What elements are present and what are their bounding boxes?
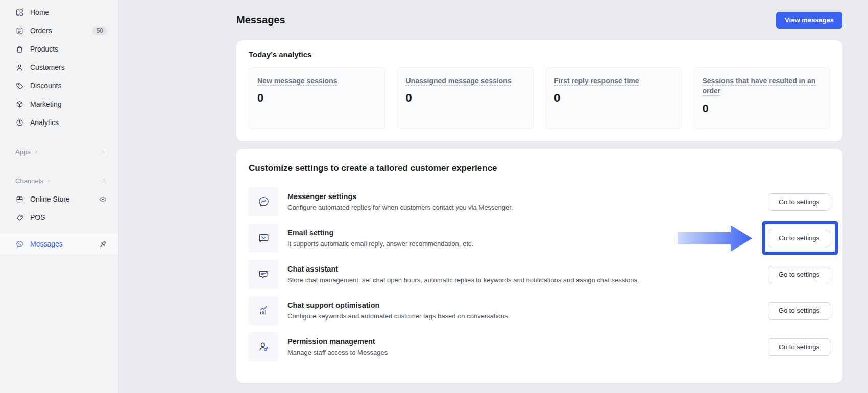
chevron-right-icon xyxy=(33,149,39,155)
sidebar-item-label: Discounts xyxy=(30,82,61,90)
sidebar-item-label: Messages xyxy=(30,240,63,248)
settings-row-chat-assistant: Chat assistant Store chat management: se… xyxy=(249,260,830,289)
go-to-settings-button-messenger[interactable]: Go to settings xyxy=(768,193,830,211)
section-label: Apps xyxy=(15,148,31,156)
stat-label[interactable]: Sessions that have resulted in an order xyxy=(703,77,816,95)
app-window: Home Orders 50 Products Customers xyxy=(0,0,868,393)
settings-row-description: Store chat management: set chat open hou… xyxy=(287,276,758,284)
sidebar-item-pos[interactable]: POS xyxy=(0,208,118,227)
sidebar-item-messages-active[interactable]: Messages xyxy=(0,234,118,254)
settings-row-description: Configure automated replies for when cus… xyxy=(287,204,758,211)
sidebar: Home Orders 50 Products Customers xyxy=(0,0,119,393)
stat-card-first-reply-time: First reply response time 0 xyxy=(545,67,682,129)
home-icon xyxy=(15,8,24,17)
settings-row-permission: Permission management Manage staff acces… xyxy=(249,332,830,361)
customers-icon xyxy=(15,63,24,72)
customize-settings-card: Customize settings to create a tailored … xyxy=(236,149,842,383)
permission-icon xyxy=(249,332,278,361)
sidebar-section-apps[interactable]: Apps xyxy=(0,142,118,161)
sidebar-item-home[interactable]: Home xyxy=(0,3,118,21)
stats-grid: New message sessions 0 Unassigned messag… xyxy=(249,67,830,129)
messenger-icon xyxy=(249,187,278,216)
settings-row-description: Configure keywords and automated custome… xyxy=(287,312,758,320)
sidebar-item-label: Marketing xyxy=(30,100,61,108)
sidebar-item-discounts[interactable]: Discounts xyxy=(0,77,118,95)
chat-bubble-icon xyxy=(15,240,24,249)
settings-row-title: Chat support optimisation xyxy=(287,301,758,309)
sidebar-item-orders[interactable]: Orders 50 xyxy=(0,21,118,40)
pin-icon[interactable] xyxy=(99,240,107,249)
settings-row-description: It supports automatic email reply, answe… xyxy=(287,240,758,248)
page-title: Messages xyxy=(236,14,285,26)
main-area: Messages View messages Today’s analytics… xyxy=(119,0,868,393)
add-app-button[interactable] xyxy=(101,149,107,155)
products-icon xyxy=(15,45,24,54)
settings-row-email: Email setting It supports automatic emai… xyxy=(249,224,830,253)
todays-analytics-card: Today’s analytics New message sessions 0… xyxy=(236,40,842,141)
orders-icon xyxy=(15,27,24,35)
go-to-settings-button-permission[interactable]: Go to settings xyxy=(768,338,830,356)
discounts-icon xyxy=(15,82,24,90)
page-header: Messages View messages xyxy=(236,11,842,29)
sidebar-item-label: Products xyxy=(30,45,58,53)
stat-card-sessions-with-order: Sessions that have resulted in an order … xyxy=(694,67,831,129)
sidebar-item-label: Orders xyxy=(30,27,52,35)
sidebar-item-label: Analytics xyxy=(30,118,59,127)
stat-label[interactable]: New message sessions xyxy=(257,77,337,85)
sidebar-item-label: Online Store xyxy=(30,195,70,203)
email-icon xyxy=(249,224,278,253)
settings-row-messenger: Messenger settings Configure automated r… xyxy=(249,187,830,216)
pos-icon xyxy=(15,213,24,222)
sidebar-section-channels[interactable]: Channels xyxy=(0,171,118,190)
store-icon xyxy=(15,195,24,204)
settings-row-title: Chat assistant xyxy=(287,265,758,273)
analytics-icon xyxy=(15,118,24,127)
go-to-settings-button-chat-assistant[interactable]: Go to settings xyxy=(768,266,830,283)
settings-row-title: Email setting xyxy=(287,229,758,237)
sidebar-item-marketing[interactable]: Marketing xyxy=(0,95,118,113)
section-label: Channels xyxy=(15,177,43,185)
stat-label[interactable]: Unassigned message sessions xyxy=(406,77,512,85)
stat-card-unassigned-sessions: Unassigned message sessions 0 xyxy=(397,67,534,129)
settings-row-title: Permission management xyxy=(287,337,758,346)
sidebar-item-online-store[interactable]: Online Store xyxy=(0,190,118,208)
sidebar-item-label: POS xyxy=(30,213,45,222)
add-channel-button[interactable] xyxy=(101,178,107,184)
chart-icon xyxy=(249,296,278,325)
settings-row-chat-support: Chat support optimisation Configure keyw… xyxy=(249,296,830,325)
sidebar-item-label: Customers xyxy=(30,63,65,71)
go-to-settings-button-email[interactable]: Go to settings xyxy=(768,230,830,247)
view-messages-button[interactable]: View messages xyxy=(776,12,842,29)
stat-label[interactable]: First reply response time xyxy=(554,77,639,85)
sidebar-item-products[interactable]: Products xyxy=(0,40,118,58)
sidebar-item-analytics[interactable]: Analytics xyxy=(0,113,118,132)
sidebar-item-label: Home xyxy=(30,8,49,16)
marketing-icon xyxy=(15,100,24,109)
sidebar-item-customers[interactable]: Customers xyxy=(0,58,118,77)
analytics-card-title: Today’s analytics xyxy=(249,50,830,59)
orders-count-badge: 50 xyxy=(92,26,107,35)
settings-row-description: Manage staff access to Messages xyxy=(287,349,758,356)
stat-value: 0 xyxy=(257,91,377,105)
stat-value: 0 xyxy=(554,91,673,105)
go-to-settings-button-chat-support[interactable]: Go to settings xyxy=(768,302,830,320)
stat-value: 0 xyxy=(406,91,525,105)
settings-row-title: Messenger settings xyxy=(287,192,758,201)
stat-value: 0 xyxy=(703,102,822,115)
chat-assistant-icon xyxy=(249,260,278,289)
chevron-right-icon xyxy=(46,178,52,184)
eye-icon[interactable] xyxy=(99,195,107,204)
settings-card-title: Customize settings to create a tailored … xyxy=(249,163,830,174)
stat-card-new-sessions: New message sessions 0 xyxy=(249,67,385,129)
